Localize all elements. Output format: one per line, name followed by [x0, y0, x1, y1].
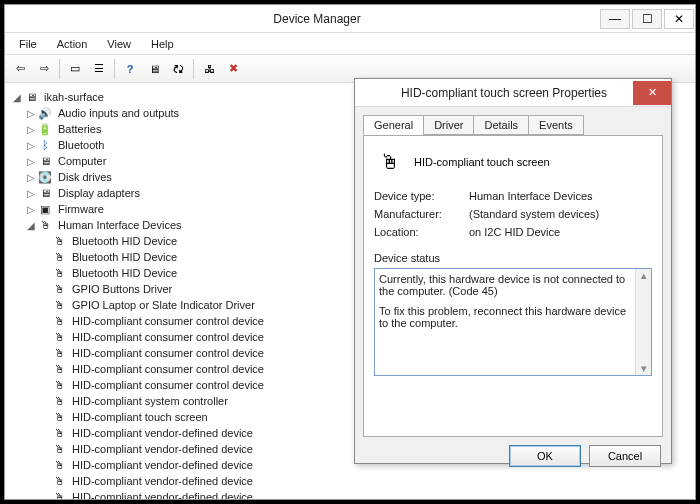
computer-icon: 🖥 — [23, 89, 39, 105]
value-manufacturer: (Standard system devices) — [469, 208, 652, 220]
hid-device-icon: 🖱 — [51, 265, 67, 281]
bluetooth-icon: ᛒ — [37, 137, 53, 153]
tab-details[interactable]: Details — [473, 115, 529, 135]
hid-device-icon: 🖱 — [51, 361, 67, 377]
hid-device-icon: 🖱 — [51, 489, 67, 499]
hid-device-icon: 🖱 — [51, 377, 67, 393]
menubar: File Action View Help — [5, 33, 695, 55]
label-location: Location: — [374, 226, 469, 238]
leaf-label: HID-compliant system controller — [70, 394, 230, 408]
value-device-type: Human Interface Devices — [469, 190, 652, 202]
label-manufacturer: Manufacturer: — [374, 208, 469, 220]
expand-icon[interactable]: ▷ — [25, 172, 37, 183]
expand-icon[interactable]: ▷ — [25, 188, 37, 199]
audio-icon: 🔊 — [37, 105, 53, 121]
expand-icon[interactable]: ▷ — [25, 140, 37, 151]
hid-device-icon: 🖱 — [51, 297, 67, 313]
dialog-close-button[interactable]: ✕ — [633, 81, 671, 105]
tree-leaf[interactable]: 🖱HID-compliant vendor-defined device — [11, 473, 691, 489]
scan-button[interactable]: 🖥 — [143, 58, 165, 80]
dialog-titlebar: HID-compliant touch screen Properties ✕ — [355, 79, 671, 107]
root-label: ikah-surface — [42, 90, 106, 104]
uninstall-button[interactable]: 🖧 — [198, 58, 220, 80]
tab-panel-general: 🖱 HID-compliant touch screen Device type… — [363, 135, 663, 437]
disk-icon: 💽 — [37, 169, 53, 185]
menu-file[interactable]: File — [9, 35, 47, 53]
dialog-title: HID-compliant touch screen Properties — [355, 86, 633, 100]
expand-icon[interactable]: ▷ — [25, 156, 37, 167]
leaf-label: HID-compliant touch screen — [70, 410, 210, 424]
status-text-1: Currently, this hardware device is not c… — [379, 273, 647, 297]
hid-icon: 🖱 — [37, 217, 53, 233]
properties-dialog: HID-compliant touch screen Properties ✕ … — [354, 78, 672, 464]
ok-button[interactable]: OK — [509, 445, 581, 467]
expand-icon[interactable]: ▷ — [25, 204, 37, 215]
device-icon: 🖧 — [204, 63, 215, 75]
device-status-box[interactable]: Currently, this hardware device is not c… — [374, 268, 652, 376]
tab-events[interactable]: Events — [528, 115, 584, 135]
device-header: 🖱 HID-compliant touch screen — [374, 146, 652, 178]
computer-icon: 🖥 — [37, 153, 53, 169]
hid-device-icon: 🖱 — [51, 313, 67, 329]
scroll-up-icon: ▴ — [641, 269, 647, 282]
status-text-2: To fix this problem, reconnect this hard… — [379, 305, 647, 329]
arrow-right-icon: ⇨ — [40, 62, 49, 75]
refresh-icon: 🗘 — [173, 63, 184, 75]
hid-device-icon: 🖱 — [51, 233, 67, 249]
tab-general[interactable]: General — [363, 115, 424, 135]
label-device-type: Device type: — [374, 190, 469, 202]
leaf-label: HID-compliant consumer control device — [70, 346, 266, 360]
leaf-label: HID-compliant vendor-defined device — [70, 442, 255, 456]
chip-icon: ▣ — [37, 201, 53, 217]
window-title: Device Manager — [35, 12, 599, 26]
tab-driver[interactable]: Driver — [423, 115, 474, 135]
device-x-icon: ✖ — [229, 62, 238, 75]
battery-icon: 🔋 — [37, 121, 53, 137]
separator — [114, 59, 115, 79]
hid-device-icon: 🖱 — [51, 345, 67, 361]
minimize-button[interactable]: — — [600, 9, 630, 29]
collapse-icon[interactable]: ◢ — [25, 220, 37, 231]
properties-button[interactable]: ☰ — [88, 58, 110, 80]
leaf-label: HID-compliant consumer control device — [70, 378, 266, 392]
menu-help[interactable]: Help — [141, 35, 184, 53]
leaf-label: HID-compliant consumer control device — [70, 314, 266, 328]
help-button[interactable]: ? — [119, 58, 141, 80]
leaf-label: HID-compliant vendor-defined device — [70, 490, 255, 499]
hid-device-icon: 🖱 — [51, 281, 67, 297]
hid-device-icon: 🖱 — [51, 425, 67, 441]
hid-device-icon: 🖱 — [51, 473, 67, 489]
expand-icon[interactable]: ▷ — [25, 108, 37, 119]
collapse-icon[interactable]: ◢ — [11, 92, 23, 103]
leaf-label: GPIO Buttons Driver — [70, 282, 174, 296]
leaf-label: Bluetooth HID Device — [70, 250, 179, 264]
menu-view[interactable]: View — [97, 35, 141, 53]
update-button[interactable]: 🗘 — [167, 58, 189, 80]
value-location: on I2C HID Device — [469, 226, 652, 238]
monitor-icon: 🖥 — [149, 63, 160, 75]
back-button[interactable]: ⇦ — [9, 58, 31, 80]
show-hide-button[interactable]: ▭ — [64, 58, 86, 80]
disable-button[interactable]: ✖ — [222, 58, 244, 80]
scrollbar[interactable]: ▴▾ — [635, 269, 651, 375]
forward-button[interactable]: ⇨ — [33, 58, 55, 80]
label-device-status: Device status — [374, 252, 652, 264]
hid-device-icon: 🖱 — [51, 457, 67, 473]
maximize-button[interactable]: ☐ — [632, 9, 662, 29]
separator — [59, 59, 60, 79]
close-button[interactable]: ✕ — [664, 9, 694, 29]
tree-leaf[interactable]: 🖱HID-compliant vendor-defined device — [11, 489, 691, 499]
expand-icon[interactable]: ▷ — [25, 124, 37, 135]
list-icon: ☰ — [94, 62, 104, 75]
cancel-button[interactable]: Cancel — [589, 445, 661, 467]
window-controls: — ☐ ✕ — [599, 7, 695, 31]
leaf-label: GPIO Laptop or Slate Indicator Driver — [70, 298, 257, 312]
titlebar: Device Manager — ☐ ✕ — [5, 5, 695, 33]
menu-action[interactable]: Action — [47, 35, 98, 53]
tab-strip: General Driver Details Events — [363, 115, 663, 135]
hid-device-icon: 🖱 — [51, 249, 67, 265]
close-icon: ✕ — [648, 86, 657, 99]
device-name: HID-compliant touch screen — [414, 156, 550, 168]
dialog-buttons: OK Cancel — [355, 445, 671, 475]
arrow-left-icon: ⇦ — [16, 62, 25, 75]
